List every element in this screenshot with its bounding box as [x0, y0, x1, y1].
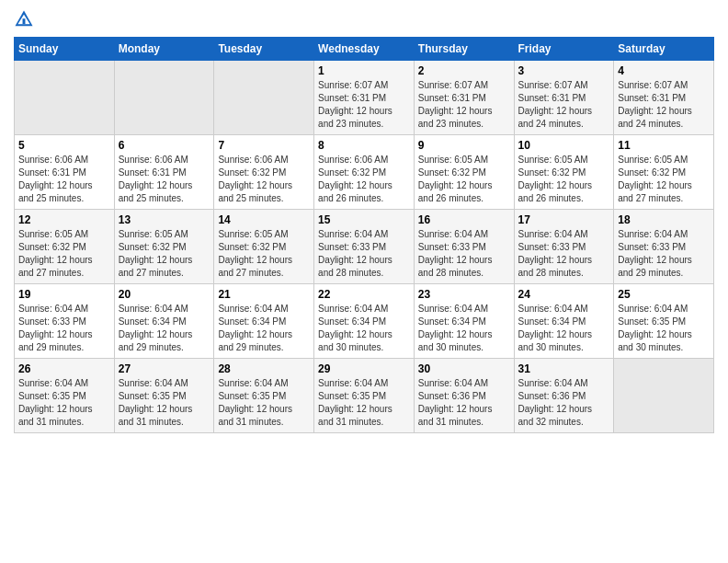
day-info: Sunrise: 6:04 AM Sunset: 6:34 PM Dayligh…: [318, 303, 410, 354]
day-info: Sunrise: 6:05 AM Sunset: 6:32 PM Dayligh…: [18, 228, 110, 280]
day-number: 8: [318, 139, 410, 152]
calendar-cell: 9Sunrise: 6:05 AM Sunset: 6:32 PM Daylig…: [414, 135, 514, 210]
day-number: 14: [218, 213, 310, 226]
day-number: 26: [18, 362, 110, 375]
calendar-cell: 29Sunrise: 6:04 AM Sunset: 6:35 PM Dayli…: [314, 359, 415, 433]
calendar-cell: 7Sunrise: 6:06 AM Sunset: 6:32 PM Daylig…: [214, 135, 314, 210]
weekday-header: Tuesday: [214, 38, 314, 61]
day-number: 1: [318, 64, 410, 77]
day-number: 5: [18, 139, 110, 152]
calendar-cell: 18Sunrise: 6:04 AM Sunset: 6:33 PM Dayli…: [614, 210, 714, 284]
weekday-header: Monday: [114, 38, 214, 61]
day-number: 23: [418, 288, 510, 301]
calendar-table: SundayMondayTuesdayWednesdayThursdayFrid…: [14, 37, 714, 433]
calendar-cell: 26Sunrise: 6:04 AM Sunset: 6:35 PM Dayli…: [15, 359, 115, 433]
day-number: 2: [418, 64, 510, 77]
weekday-header: Sunday: [15, 38, 115, 61]
svg-rect-2: [23, 18, 26, 24]
day-number: 9: [418, 139, 510, 152]
calendar-cell: 4Sunrise: 6:07 AM Sunset: 6:31 PM Daylig…: [614, 61, 714, 135]
day-number: 30: [418, 362, 510, 375]
calendar-cell: 23Sunrise: 6:04 AM Sunset: 6:34 PM Dayli…: [414, 284, 514, 359]
calendar-week-row: 1Sunrise: 6:07 AM Sunset: 6:31 PM Daylig…: [15, 61, 714, 135]
day-number: 10: [518, 139, 610, 152]
day-number: 15: [318, 213, 410, 226]
day-info: Sunrise: 6:04 AM Sunset: 6:35 PM Dayligh…: [618, 303, 710, 354]
day-number: 28: [218, 362, 310, 375]
weekday-header: Wednesday: [314, 38, 415, 61]
day-info: Sunrise: 6:04 AM Sunset: 6:33 PM Dayligh…: [318, 228, 410, 280]
day-info: Sunrise: 6:07 AM Sunset: 6:31 PM Dayligh…: [618, 79, 710, 131]
calendar-cell: 30Sunrise: 6:04 AM Sunset: 6:36 PM Dayli…: [414, 359, 514, 433]
weekday-header: Friday: [514, 38, 614, 61]
calendar-cell: [15, 61, 115, 135]
day-info: Sunrise: 6:05 AM Sunset: 6:32 PM Dayligh…: [418, 154, 510, 205]
calendar-cell: 14Sunrise: 6:05 AM Sunset: 6:32 PM Dayli…: [214, 210, 314, 284]
day-info: Sunrise: 6:04 AM Sunset: 6:34 PM Dayligh…: [119, 303, 210, 354]
day-number: 17: [518, 213, 610, 226]
day-info: Sunrise: 6:04 AM Sunset: 6:36 PM Dayligh…: [418, 377, 510, 429]
weekday-header-row: SundayMondayTuesdayWednesdayThursdayFrid…: [15, 38, 714, 61]
calendar-cell: 28Sunrise: 6:04 AM Sunset: 6:35 PM Dayli…: [214, 359, 314, 433]
day-info: Sunrise: 6:05 AM Sunset: 6:32 PM Dayligh…: [618, 154, 710, 205]
day-number: 12: [18, 213, 110, 226]
day-number: 11: [618, 139, 710, 152]
day-number: 4: [618, 64, 710, 77]
day-info: Sunrise: 6:04 AM Sunset: 6:36 PM Dayligh…: [518, 377, 610, 429]
calendar-cell: 13Sunrise: 6:05 AM Sunset: 6:32 PM Dayli…: [114, 210, 214, 284]
day-number: 25: [618, 288, 710, 301]
calendar-week-row: 12Sunrise: 6:05 AM Sunset: 6:32 PM Dayli…: [15, 210, 714, 284]
calendar-cell: 19Sunrise: 6:04 AM Sunset: 6:33 PM Dayli…: [15, 284, 115, 359]
day-number: 7: [218, 139, 310, 152]
day-info: Sunrise: 6:06 AM Sunset: 6:32 PM Dayligh…: [218, 154, 310, 205]
calendar-cell: 16Sunrise: 6:04 AM Sunset: 6:33 PM Dayli…: [414, 210, 514, 284]
day-info: Sunrise: 6:04 AM Sunset: 6:35 PM Dayligh…: [119, 377, 210, 429]
day-info: Sunrise: 6:05 AM Sunset: 6:32 PM Dayligh…: [119, 228, 210, 280]
weekday-header: Saturday: [614, 38, 714, 61]
logo-icon: [14, 9, 34, 29]
day-info: Sunrise: 6:04 AM Sunset: 6:34 PM Dayligh…: [418, 303, 510, 354]
day-number: 24: [518, 288, 610, 301]
day-number: 18: [618, 213, 710, 226]
calendar-cell: 2Sunrise: 6:07 AM Sunset: 6:31 PM Daylig…: [414, 61, 514, 135]
calendar-cell: 6Sunrise: 6:06 AM Sunset: 6:31 PM Daylig…: [114, 135, 214, 210]
calendar-week-row: 26Sunrise: 6:04 AM Sunset: 6:35 PM Dayli…: [15, 359, 714, 433]
day-number: 6: [119, 139, 210, 152]
day-info: Sunrise: 6:06 AM Sunset: 6:31 PM Dayligh…: [18, 154, 110, 205]
day-info: Sunrise: 6:06 AM Sunset: 6:31 PM Dayligh…: [119, 154, 210, 205]
day-number: 27: [119, 362, 210, 375]
day-info: Sunrise: 6:05 AM Sunset: 6:32 PM Dayligh…: [518, 154, 610, 205]
calendar-cell: 11Sunrise: 6:05 AM Sunset: 6:32 PM Dayli…: [614, 135, 714, 210]
calendar-cell: 10Sunrise: 6:05 AM Sunset: 6:32 PM Dayli…: [514, 135, 614, 210]
day-info: Sunrise: 6:05 AM Sunset: 6:32 PM Dayligh…: [218, 228, 310, 280]
calendar-cell: [114, 61, 214, 135]
day-info: Sunrise: 6:04 AM Sunset: 6:33 PM Dayligh…: [618, 228, 710, 280]
calendar-cell: 22Sunrise: 6:04 AM Sunset: 6:34 PM Dayli…: [314, 284, 415, 359]
calendar-week-row: 19Sunrise: 6:04 AM Sunset: 6:33 PM Dayli…: [15, 284, 714, 359]
calendar-cell: 24Sunrise: 6:04 AM Sunset: 6:34 PM Dayli…: [514, 284, 614, 359]
calendar-cell: 21Sunrise: 6:04 AM Sunset: 6:34 PM Dayli…: [214, 284, 314, 359]
day-number: 19: [18, 288, 110, 301]
calendar-cell: 27Sunrise: 6:04 AM Sunset: 6:35 PM Dayli…: [114, 359, 214, 433]
day-number: 31: [518, 362, 610, 375]
calendar-cell: 17Sunrise: 6:04 AM Sunset: 6:33 PM Dayli…: [514, 210, 614, 284]
day-number: 22: [318, 288, 410, 301]
day-number: 16: [418, 213, 510, 226]
calendar-cell: 12Sunrise: 6:05 AM Sunset: 6:32 PM Dayli…: [15, 210, 115, 284]
day-number: 29: [318, 362, 410, 375]
calendar-cell: 20Sunrise: 6:04 AM Sunset: 6:34 PM Dayli…: [114, 284, 214, 359]
day-info: Sunrise: 6:07 AM Sunset: 6:31 PM Dayligh…: [318, 79, 410, 131]
day-info: Sunrise: 6:07 AM Sunset: 6:31 PM Dayligh…: [418, 79, 510, 131]
day-info: Sunrise: 6:04 AM Sunset: 6:33 PM Dayligh…: [18, 303, 110, 354]
day-info: Sunrise: 6:04 AM Sunset: 6:34 PM Dayligh…: [218, 303, 310, 354]
calendar-cell: 8Sunrise: 6:06 AM Sunset: 6:32 PM Daylig…: [314, 135, 415, 210]
calendar-cell: 5Sunrise: 6:06 AM Sunset: 6:31 PM Daylig…: [15, 135, 115, 210]
calendar-cell: 3Sunrise: 6:07 AM Sunset: 6:31 PM Daylig…: [514, 61, 614, 135]
calendar-cell: [214, 61, 314, 135]
calendar-cell: 31Sunrise: 6:04 AM Sunset: 6:36 PM Dayli…: [514, 359, 614, 433]
calendar-week-row: 5Sunrise: 6:06 AM Sunset: 6:31 PM Daylig…: [15, 135, 714, 210]
weekday-header: Thursday: [414, 38, 514, 61]
page-header: [14, 9, 714, 29]
calendar-cell: [614, 359, 714, 433]
day-info: Sunrise: 6:04 AM Sunset: 6:35 PM Dayligh…: [318, 377, 410, 429]
